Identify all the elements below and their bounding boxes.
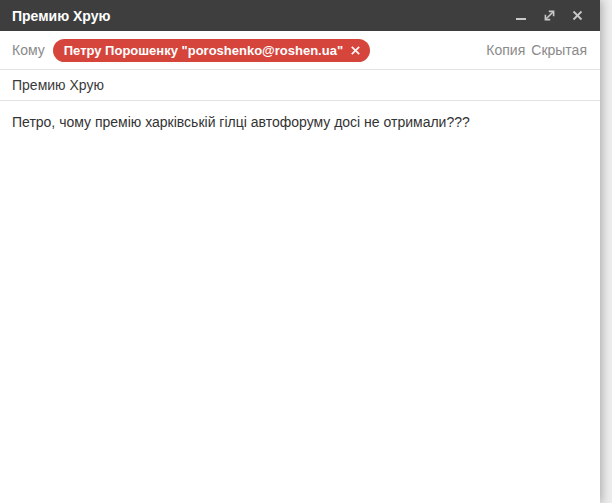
subject-row bbox=[0, 70, 600, 101]
bcc-link[interactable]: Скрытая bbox=[531, 42, 587, 58]
expand-icon bbox=[543, 9, 556, 22]
recipients-row: Кому Петру Порошенку "poroshenko@roshen.… bbox=[0, 31, 600, 70]
window-title: Премию Хрую bbox=[12, 8, 514, 24]
message-text: Петро, чому премію харківській гілці авт… bbox=[12, 114, 470, 130]
cc-bcc-links: Копия Скрытая bbox=[486, 42, 587, 58]
expand-button[interactable] bbox=[542, 9, 556, 23]
minimize-button[interactable] bbox=[514, 9, 528, 23]
close-icon bbox=[572, 10, 583, 21]
recipient-chip-label: Петру Порошенку "poroshenko@roshen.ua" bbox=[64, 43, 343, 58]
minimize-icon bbox=[516, 18, 526, 20]
recipient-chip[interactable]: Петру Порошенку "poroshenko@roshen.ua" bbox=[53, 39, 370, 62]
message-body-editor[interactable]: Петро, чому премію харківській гілці авт… bbox=[0, 101, 600, 503]
window-controls bbox=[514, 9, 584, 23]
close-button[interactable] bbox=[570, 9, 584, 23]
cc-link[interactable]: Копия bbox=[486, 42, 525, 58]
remove-recipient-button[interactable] bbox=[350, 45, 361, 56]
compose-titlebar[interactable]: Премию Хрую bbox=[0, 0, 600, 31]
subject-input[interactable] bbox=[12, 77, 588, 93]
to-label: Кому bbox=[12, 42, 45, 58]
compose-window: Премию Хрую Кому Петру bbox=[0, 0, 600, 503]
remove-recipient-icon bbox=[350, 45, 361, 56]
